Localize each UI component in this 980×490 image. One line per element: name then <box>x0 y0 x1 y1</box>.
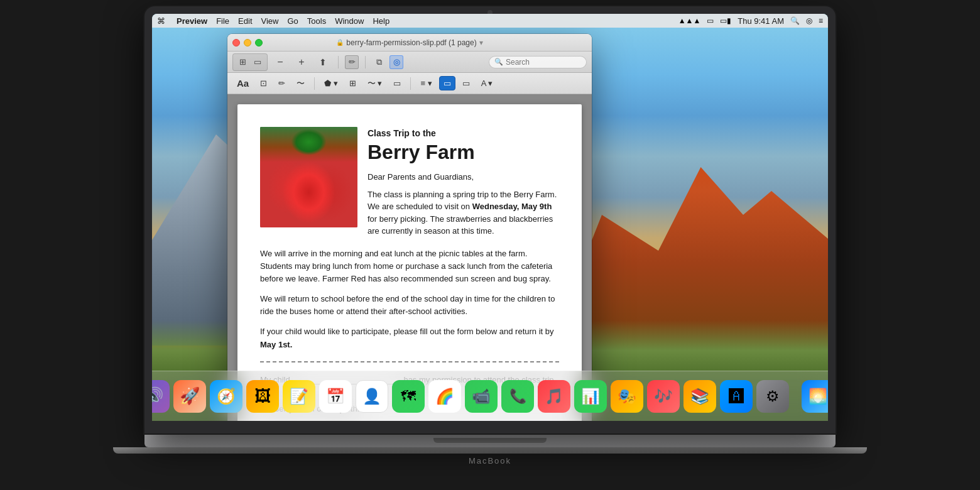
pen-button[interactable]: ✏ <box>345 55 359 69</box>
lock-icon: 🔒 <box>336 39 344 46</box>
text-button[interactable]: Aa <box>232 75 253 91</box>
dock-appstore[interactable]: 🅰 <box>720 380 753 413</box>
dock-calendar[interactable]: 📅 <box>319 380 352 413</box>
battery-icon: ▭▮ <box>720 16 731 25</box>
deadline-bold: May 1st. <box>260 340 292 349</box>
separator1 <box>338 56 339 68</box>
sketch-button[interactable]: ✏ <box>274 76 290 90</box>
window-title-area: 🔒 berry-farm-permission-slip.pdf (1 page… <box>336 38 482 47</box>
dock-phone[interactable]: 📞 <box>501 380 534 413</box>
spotlight-icon[interactable]: 🔍 <box>790 16 800 25</box>
align-button[interactable]: ≡ ▾ <box>416 76 436 90</box>
doc-intro: The class is planning a spring trip to t… <box>368 188 559 237</box>
separator2 <box>365 56 366 68</box>
color-button[interactable]: ▭ <box>439 76 455 90</box>
window-title: berry-farm-permission-slip.pdf (1 page) <box>346 38 476 47</box>
dock-siri[interactable]: 🔊 <box>152 380 170 413</box>
font-button[interactable]: A ▾ <box>477 76 498 90</box>
doc-title-area: Class Trip to the Berry Farm Dear Parent… <box>368 127 559 237</box>
view-mode-button[interactable]: ⊞ <box>236 55 249 69</box>
markup-toolbar: Aa ⊡ ✏ 〜 ⬟ ▾ ⊞ 〜 ▾ ▭ ≡ ▾ ▭ ▭ A ▾ <box>227 73 592 94</box>
select-button[interactable]: ⊡ <box>256 76 271 90</box>
doc-body: We will arrive in the morning and eat lu… <box>260 248 559 351</box>
zoom-out-button[interactable]: − <box>271 55 289 69</box>
rotate-button[interactable]: ◎ <box>389 55 403 69</box>
wifi-icon: ▲▲▲ <box>678 16 701 25</box>
share-button[interactable]: ⬆ <box>314 55 332 69</box>
dock-contacts[interactable]: 👤 <box>356 380 388 413</box>
dock-keynote[interactable]: 🎭 <box>611 380 643 413</box>
airplay-icon: ▭ <box>707 16 714 25</box>
shapes-button[interactable]: ⬟ ▾ <box>320 76 342 90</box>
signature-button[interactable]: 〜 ▾ <box>363 75 387 92</box>
copy-button[interactable]: ⧉ <box>372 55 386 69</box>
dock-numbers[interactable]: 📊 <box>574 380 607 413</box>
macbook-label: MacBook <box>469 456 511 466</box>
macbook-frame: ⌘ Preview File Edit View Go Tools Window… <box>113 6 867 484</box>
menu-file[interactable]: File <box>216 16 229 26</box>
dock-music[interactable]: 🎶 <box>647 380 680 413</box>
menu-bar-left: ⌘ Preview File Edit View Go Tools Window… <box>157 16 389 26</box>
maximize-button[interactable] <box>255 39 263 46</box>
menu-view[interactable]: View <box>261 16 279 26</box>
view-controls: ⊞ ▭ <box>232 53 268 71</box>
dock-photos2[interactable]: 🌈 <box>428 380 461 413</box>
menu-edit[interactable]: Edit <box>238 16 252 26</box>
screen-bezel: ⌘ Preview File Edit View Go Tools Window… <box>144 6 836 433</box>
fill-button[interactable]: ▭ <box>458 76 474 90</box>
apple-menu[interactable]: ⌘ <box>157 16 165 26</box>
dock-sysprefs[interactable]: ⚙ <box>756 380 789 413</box>
traffic-lights <box>232 39 263 46</box>
paragraph2: We will arrive in the morning and eat lu… <box>260 248 559 285</box>
macbook-notch <box>433 438 547 443</box>
menu-window[interactable]: Window <box>335 16 364 26</box>
siri-icon[interactable]: ◎ <box>806 16 812 25</box>
dock-stickies[interactable]: 📝 <box>283 380 315 413</box>
search-icon: 🔍 <box>494 58 503 66</box>
minimize-button[interactable] <box>244 39 251 46</box>
dock-launchpad[interactable]: 🚀 <box>173 380 206 413</box>
dock-itunes[interactable]: 🎵 <box>538 380 570 413</box>
strawberry-image <box>260 127 357 227</box>
macbook-base <box>144 433 836 447</box>
border-button[interactable]: ▭ <box>389 76 405 90</box>
notification-icon[interactable]: ≡ <box>819 16 823 25</box>
search-input[interactable] <box>506 58 581 67</box>
chevron-icon[interactable]: ▾ <box>479 38 483 47</box>
doc-greeting: Dear Parents and Guardians, <box>368 171 559 183</box>
preview-window: 🔒 berry-farm-permission-slip.pdf (1 page… <box>227 34 592 421</box>
draw-button[interactable]: 〜 <box>292 75 309 92</box>
doc-title-main: Berry Farm <box>368 141 559 163</box>
view-mode-button2[interactable]: ▭ <box>251 55 264 69</box>
dock-facetime[interactable]: 📹 <box>465 380 498 413</box>
markup-sep2 <box>410 77 411 90</box>
para4-prefix: If your child would like to participate,… <box>260 327 554 336</box>
dock-photoviewer[interactable]: 🌅 <box>802 380 828 413</box>
menu-help[interactable]: Help <box>373 16 389 26</box>
search-group: 🔍 <box>489 56 587 68</box>
paragraph4: If your child would like to participate,… <box>260 325 559 351</box>
dock-photos[interactable]: 🖼 <box>246 380 279 413</box>
markup-sep1 <box>314 77 315 90</box>
dashed-separator <box>260 361 559 362</box>
text-box-button[interactable]: ⊞ <box>345 76 361 90</box>
macbook-feet <box>113 447 867 454</box>
close-button[interactable] <box>232 39 240 46</box>
dock: 🗂 🔊 🚀 🧭 🖼 📝 📅 <box>152 371 828 421</box>
dock-maps[interactable]: 🗺 <box>392 380 425 413</box>
doc-subtitle: Class Trip to the <box>368 127 559 140</box>
dock-ibooks[interactable]: 📚 <box>683 380 716 413</box>
menu-bar-right: ▲▲▲ ▭ ▭▮ Thu 9:41 AM 🔍 ◎ ≡ <box>678 16 823 26</box>
title-bar: 🔒 berry-farm-permission-slip.pdf (1 page… <box>227 34 592 52</box>
app-name[interactable]: Preview <box>177 16 207 26</box>
paragraph3: We will return to school before the end … <box>260 293 559 318</box>
screen: ⌘ Preview File Edit View Go Tools Window… <box>152 14 828 421</box>
menu-bar: ⌘ Preview File Edit View Go Tools Window… <box>152 14 828 28</box>
menu-tools[interactable]: Tools <box>307 16 326 26</box>
menu-go[interactable]: Go <box>287 16 298 26</box>
dock-safari[interactable]: 🧭 <box>210 380 242 413</box>
clock: Thu 9:41 AM <box>738 16 784 26</box>
main-toolbar: ⊞ ▭ − + ⬆ ✏ ⧉ ◎ 🔍 <box>227 52 592 73</box>
doc-header: Class Trip to the Berry Farm Dear Parent… <box>260 127 559 237</box>
zoom-in-button[interactable]: + <box>293 55 310 69</box>
